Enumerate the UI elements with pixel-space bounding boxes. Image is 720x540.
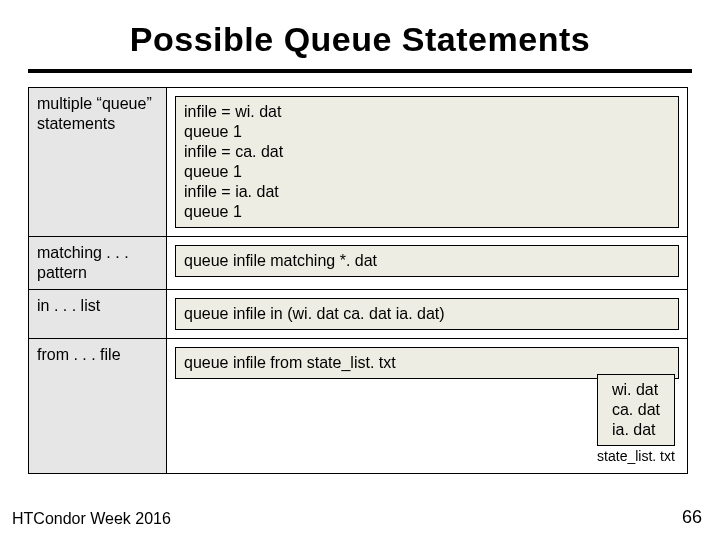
row-code-cell: queue infile in (wi. dat ca. dat ia. dat… — [167, 290, 688, 339]
page-number: 66 — [682, 507, 702, 528]
row-code-cell: infile = wi. dat queue 1 infile = ca. da… — [167, 88, 688, 237]
row-label-matching: matching . . . pattern — [29, 237, 167, 290]
row-code-cell: queue infile matching *. dat — [167, 237, 688, 290]
file-contents-box: wi. dat ca. dat ia. dat — [597, 374, 675, 446]
row-label-multiple-queue: multiple “queue” statements — [29, 88, 167, 237]
slide: Possible Queue Statements multiple “queu… — [0, 0, 720, 540]
table-row: multiple “queue” statements infile = wi.… — [29, 88, 688, 237]
table-row: from . . . file queue infile from state_… — [29, 339, 688, 474]
slide-title: Possible Queue Statements — [28, 20, 692, 59]
file-preview: wi. dat ca. dat ia. dat state_list. txt — [597, 374, 675, 464]
title-rule — [28, 69, 692, 73]
row-label-in-list: in . . . list — [29, 290, 167, 339]
row-label-from-file: from . . . file — [29, 339, 167, 474]
code-box-multiple-queue: infile = wi. dat queue 1 infile = ca. da… — [175, 96, 679, 228]
table-row: matching . . . pattern queue infile matc… — [29, 237, 688, 290]
code-box-in-list: queue infile in (wi. dat ca. dat ia. dat… — [175, 298, 679, 330]
row-code-cell: queue infile from state_list. txt wi. da… — [167, 339, 688, 474]
queue-table: multiple “queue” statements infile = wi.… — [28, 87, 688, 474]
file-caption: state_list. txt — [597, 448, 675, 464]
footer-event: HTCondor Week 2016 — [12, 510, 171, 528]
code-box-matching: queue infile matching *. dat — [175, 245, 679, 277]
table-row: in . . . list queue infile in (wi. dat c… — [29, 290, 688, 339]
